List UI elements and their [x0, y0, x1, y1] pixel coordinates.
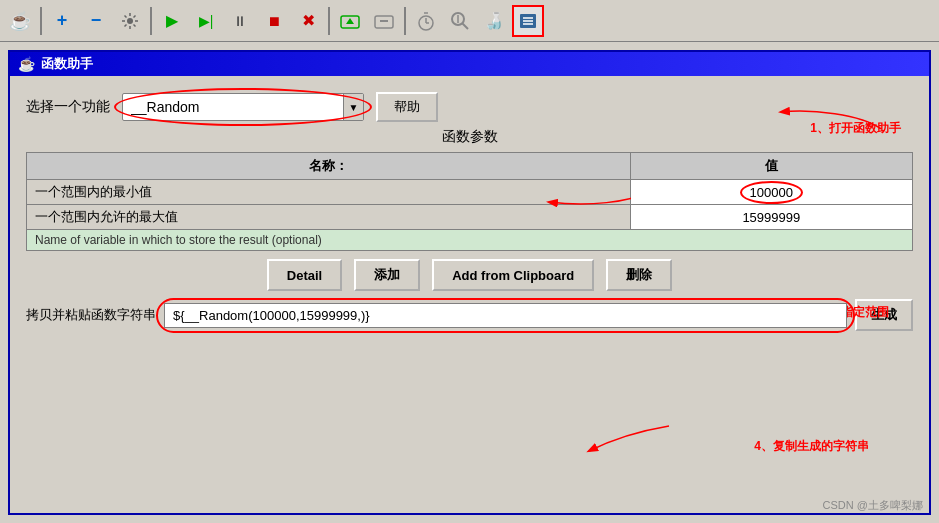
- timer-icon: [415, 10, 437, 32]
- dialog-title-bar: ☕ 函数助手: [10, 52, 929, 76]
- search-button[interactable]: [444, 5, 476, 37]
- list-icon: [517, 10, 539, 32]
- function-input[interactable]: [123, 95, 343, 119]
- remote-icon-2: [373, 10, 395, 32]
- play-button[interactable]: ▶: [156, 5, 188, 37]
- separator-3: [328, 7, 330, 35]
- bottle-button[interactable]: 🍶: [478, 5, 510, 37]
- dialog-title-icon: ☕: [18, 56, 35, 72]
- annotation-4: 4、复制生成的字符串: [754, 438, 869, 455]
- function-dropdown-wrapper: ▼: [122, 93, 364, 121]
- remote-button-1[interactable]: [334, 5, 366, 37]
- clear-button[interactable]: ✖: [292, 5, 324, 37]
- function-helper-dialog: ☕ 函数助手 选择一个功能 ▼ 帮助 1、打开函数助手: [8, 50, 931, 515]
- value-oval-1: 100000: [750, 185, 793, 200]
- remove-button[interactable]: −: [80, 5, 112, 37]
- select-function-label: 选择一个功能: [26, 98, 110, 116]
- help-button[interactable]: 帮助: [376, 92, 438, 122]
- svg-marker-2: [346, 18, 354, 24]
- separator-2: [150, 7, 152, 35]
- remote-button-2[interactable]: [368, 5, 400, 37]
- toolbar: ☕ + − ▶ ▶| ⏸ ⏹ ✖: [0, 0, 939, 42]
- bottom-row: 拷贝并粘贴函数字符串 生成: [26, 299, 913, 331]
- optional-text: Name of variable in which to store the r…: [27, 230, 913, 251]
- separator-1: [40, 7, 42, 35]
- config-button[interactable]: [114, 5, 146, 37]
- play-fast-button[interactable]: ▶|: [190, 5, 222, 37]
- arrow-4: [669, 421, 749, 461]
- value-text-1: 100000: [750, 185, 793, 200]
- param-name-2: 一个范围内允许的最大值: [27, 205, 631, 230]
- watermark: CSDN @土多啤梨娜: [823, 498, 923, 513]
- config-icon: [120, 11, 140, 31]
- arrow-1: [841, 104, 901, 134]
- dialog-title-text: 函数助手: [41, 55, 93, 73]
- search-icon: [449, 10, 471, 32]
- params-table: 名称： 值 一个范围内的最小值 100000 一个范围内允许的最大值: [26, 152, 913, 251]
- table-row: 一个范围内允许的最大值 15999999: [27, 205, 913, 230]
- bottom-label: 拷贝并粘贴函数字符串: [26, 306, 156, 324]
- svg-point-0: [127, 18, 133, 24]
- java-icon[interactable]: ☕: [4, 5, 36, 37]
- detail-button[interactable]: Detail: [267, 259, 342, 291]
- param-name-1: 一个范围内的最小值: [27, 180, 631, 205]
- remote-icon-1: [339, 10, 361, 32]
- add-button[interactable]: +: [46, 5, 78, 37]
- col-name-header: 名称：: [27, 153, 631, 180]
- select-function-row: 选择一个功能 ▼ 帮助: [26, 92, 913, 122]
- stop-button[interactable]: ⏹: [258, 5, 290, 37]
- dialog-body: 选择一个功能 ▼ 帮助 1、打开函数助手 函数参数: [10, 76, 929, 341]
- delete-button[interactable]: 删除: [606, 259, 672, 291]
- svg-line-10: [463, 23, 469, 29]
- action-buttons-row: Detail 添加 Add from Clipboard 删除: [26, 259, 913, 291]
- function-dropdown[interactable]: ▼: [122, 93, 364, 121]
- table-row-optional: Name of variable in which to store the r…: [27, 230, 913, 251]
- bottom-input[interactable]: [164, 303, 847, 328]
- param-value-1: 100000: [630, 180, 912, 205]
- section-title: 函数参数: [26, 128, 913, 146]
- list-button[interactable]: [512, 5, 544, 37]
- value-text-2: 15999999: [742, 210, 800, 225]
- add-button[interactable]: 添加: [354, 259, 420, 291]
- pause-button[interactable]: ⏸: [224, 5, 256, 37]
- timer-button[interactable]: [410, 5, 442, 37]
- clipboard-button[interactable]: Add from Clipboard: [432, 259, 594, 291]
- separator-4: [404, 7, 406, 35]
- table-row: 一个范围内的最小值 100000: [27, 180, 913, 205]
- param-value-2: 15999999: [630, 205, 912, 230]
- bottom-input-wrapper: [164, 303, 847, 328]
- dropdown-arrow[interactable]: ▼: [343, 94, 363, 120]
- col-value-header: 值: [630, 153, 912, 180]
